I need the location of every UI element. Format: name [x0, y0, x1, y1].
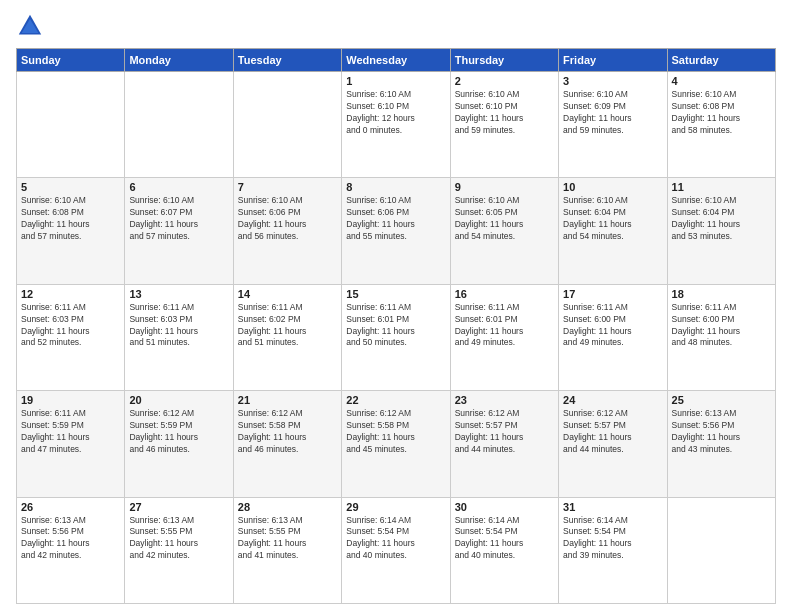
day-number: 11 — [672, 181, 771, 193]
day-info: Sunrise: 6:14 AM Sunset: 5:54 PM Dayligh… — [563, 515, 662, 563]
weekday-header: Saturday — [667, 49, 775, 72]
day-info: Sunrise: 6:12 AM Sunset: 5:57 PM Dayligh… — [455, 408, 554, 456]
calendar-cell: 15Sunrise: 6:11 AM Sunset: 6:01 PM Dayli… — [342, 284, 450, 390]
calendar-cell: 25Sunrise: 6:13 AM Sunset: 5:56 PM Dayli… — [667, 391, 775, 497]
weekday-header: Sunday — [17, 49, 125, 72]
day-number: 7 — [238, 181, 337, 193]
calendar-cell: 31Sunrise: 6:14 AM Sunset: 5:54 PM Dayli… — [559, 497, 667, 603]
day-info: Sunrise: 6:11 AM Sunset: 6:03 PM Dayligh… — [129, 302, 228, 350]
day-info: Sunrise: 6:13 AM Sunset: 5:56 PM Dayligh… — [672, 408, 771, 456]
weekday-header: Friday — [559, 49, 667, 72]
day-number: 29 — [346, 501, 445, 513]
day-number: 27 — [129, 501, 228, 513]
day-info: Sunrise: 6:14 AM Sunset: 5:54 PM Dayligh… — [346, 515, 445, 563]
weekday-header: Wednesday — [342, 49, 450, 72]
day-info: Sunrise: 6:13 AM Sunset: 5:55 PM Dayligh… — [238, 515, 337, 563]
day-number: 5 — [21, 181, 120, 193]
day-number: 10 — [563, 181, 662, 193]
day-info: Sunrise: 6:10 AM Sunset: 6:08 PM Dayligh… — [672, 89, 771, 137]
day-number: 31 — [563, 501, 662, 513]
day-info: Sunrise: 6:11 AM Sunset: 6:01 PM Dayligh… — [455, 302, 554, 350]
calendar-cell — [233, 72, 341, 178]
calendar-cell: 12Sunrise: 6:11 AM Sunset: 6:03 PM Dayli… — [17, 284, 125, 390]
calendar-header-row: SundayMondayTuesdayWednesdayThursdayFrid… — [17, 49, 776, 72]
day-number: 18 — [672, 288, 771, 300]
calendar-cell: 10Sunrise: 6:10 AM Sunset: 6:04 PM Dayli… — [559, 178, 667, 284]
day-number: 17 — [563, 288, 662, 300]
day-number: 24 — [563, 394, 662, 406]
day-info: Sunrise: 6:10 AM Sunset: 6:06 PM Dayligh… — [238, 195, 337, 243]
calendar-cell: 3Sunrise: 6:10 AM Sunset: 6:09 PM Daylig… — [559, 72, 667, 178]
day-info: Sunrise: 6:14 AM Sunset: 5:54 PM Dayligh… — [455, 515, 554, 563]
calendar-cell: 14Sunrise: 6:11 AM Sunset: 6:02 PM Dayli… — [233, 284, 341, 390]
calendar-cell: 19Sunrise: 6:11 AM Sunset: 5:59 PM Dayli… — [17, 391, 125, 497]
calendar: SundayMondayTuesdayWednesdayThursdayFrid… — [16, 48, 776, 604]
calendar-cell: 17Sunrise: 6:11 AM Sunset: 6:00 PM Dayli… — [559, 284, 667, 390]
calendar-cell: 26Sunrise: 6:13 AM Sunset: 5:56 PM Dayli… — [17, 497, 125, 603]
day-number: 12 — [21, 288, 120, 300]
day-number: 30 — [455, 501, 554, 513]
calendar-cell: 9Sunrise: 6:10 AM Sunset: 6:05 PM Daylig… — [450, 178, 558, 284]
calendar-cell — [667, 497, 775, 603]
day-number: 20 — [129, 394, 228, 406]
day-number: 2 — [455, 75, 554, 87]
calendar-cell: 11Sunrise: 6:10 AM Sunset: 6:04 PM Dayli… — [667, 178, 775, 284]
day-info: Sunrise: 6:11 AM Sunset: 6:00 PM Dayligh… — [672, 302, 771, 350]
calendar-cell: 29Sunrise: 6:14 AM Sunset: 5:54 PM Dayli… — [342, 497, 450, 603]
day-number: 22 — [346, 394, 445, 406]
calendar-cell: 24Sunrise: 6:12 AM Sunset: 5:57 PM Dayli… — [559, 391, 667, 497]
day-info: Sunrise: 6:10 AM Sunset: 6:06 PM Dayligh… — [346, 195, 445, 243]
weekday-header: Tuesday — [233, 49, 341, 72]
day-number: 16 — [455, 288, 554, 300]
day-number: 15 — [346, 288, 445, 300]
calendar-cell: 28Sunrise: 6:13 AM Sunset: 5:55 PM Dayli… — [233, 497, 341, 603]
calendar-cell: 6Sunrise: 6:10 AM Sunset: 6:07 PM Daylig… — [125, 178, 233, 284]
day-number: 4 — [672, 75, 771, 87]
weekday-header: Thursday — [450, 49, 558, 72]
logo-icon — [16, 12, 44, 40]
day-number: 9 — [455, 181, 554, 193]
day-info: Sunrise: 6:11 AM Sunset: 5:59 PM Dayligh… — [21, 408, 120, 456]
calendar-cell: 22Sunrise: 6:12 AM Sunset: 5:58 PM Dayli… — [342, 391, 450, 497]
calendar-week-row: 12Sunrise: 6:11 AM Sunset: 6:03 PM Dayli… — [17, 284, 776, 390]
calendar-cell: 7Sunrise: 6:10 AM Sunset: 6:06 PM Daylig… — [233, 178, 341, 284]
calendar-cell: 5Sunrise: 6:10 AM Sunset: 6:08 PM Daylig… — [17, 178, 125, 284]
day-number: 3 — [563, 75, 662, 87]
day-info: Sunrise: 6:10 AM Sunset: 6:10 PM Dayligh… — [455, 89, 554, 137]
day-number: 8 — [346, 181, 445, 193]
day-info: Sunrise: 6:10 AM Sunset: 6:05 PM Dayligh… — [455, 195, 554, 243]
calendar-cell: 30Sunrise: 6:14 AM Sunset: 5:54 PM Dayli… — [450, 497, 558, 603]
day-number: 14 — [238, 288, 337, 300]
day-info: Sunrise: 6:10 AM Sunset: 6:04 PM Dayligh… — [563, 195, 662, 243]
day-info: Sunrise: 6:10 AM Sunset: 6:04 PM Dayligh… — [672, 195, 771, 243]
weekday-header: Monday — [125, 49, 233, 72]
day-number: 28 — [238, 501, 337, 513]
day-number: 6 — [129, 181, 228, 193]
calendar-cell: 13Sunrise: 6:11 AM Sunset: 6:03 PM Dayli… — [125, 284, 233, 390]
day-info: Sunrise: 6:12 AM Sunset: 5:58 PM Dayligh… — [238, 408, 337, 456]
day-number: 23 — [455, 394, 554, 406]
calendar-week-row: 1Sunrise: 6:10 AM Sunset: 6:10 PM Daylig… — [17, 72, 776, 178]
calendar-cell: 4Sunrise: 6:10 AM Sunset: 6:08 PM Daylig… — [667, 72, 775, 178]
day-info: Sunrise: 6:13 AM Sunset: 5:56 PM Dayligh… — [21, 515, 120, 563]
day-number: 13 — [129, 288, 228, 300]
calendar-cell — [17, 72, 125, 178]
day-number: 26 — [21, 501, 120, 513]
calendar-cell: 21Sunrise: 6:12 AM Sunset: 5:58 PM Dayli… — [233, 391, 341, 497]
day-info: Sunrise: 6:13 AM Sunset: 5:55 PM Dayligh… — [129, 515, 228, 563]
calendar-week-row: 5Sunrise: 6:10 AM Sunset: 6:08 PM Daylig… — [17, 178, 776, 284]
header — [16, 12, 776, 40]
page: SundayMondayTuesdayWednesdayThursdayFrid… — [0, 0, 792, 612]
day-number: 25 — [672, 394, 771, 406]
calendar-cell: 2Sunrise: 6:10 AM Sunset: 6:10 PM Daylig… — [450, 72, 558, 178]
day-info: Sunrise: 6:12 AM Sunset: 5:57 PM Dayligh… — [563, 408, 662, 456]
calendar-cell — [125, 72, 233, 178]
logo — [16, 12, 46, 40]
day-info: Sunrise: 6:11 AM Sunset: 6:02 PM Dayligh… — [238, 302, 337, 350]
calendar-cell: 20Sunrise: 6:12 AM Sunset: 5:59 PM Dayli… — [125, 391, 233, 497]
day-info: Sunrise: 6:11 AM Sunset: 6:00 PM Dayligh… — [563, 302, 662, 350]
day-info: Sunrise: 6:10 AM Sunset: 6:08 PM Dayligh… — [21, 195, 120, 243]
calendar-cell: 23Sunrise: 6:12 AM Sunset: 5:57 PM Dayli… — [450, 391, 558, 497]
day-number: 1 — [346, 75, 445, 87]
calendar-cell: 18Sunrise: 6:11 AM Sunset: 6:00 PM Dayli… — [667, 284, 775, 390]
